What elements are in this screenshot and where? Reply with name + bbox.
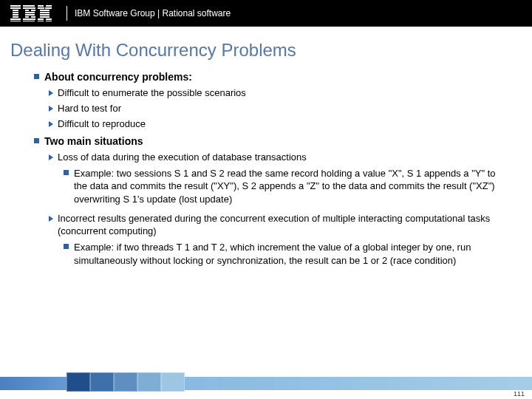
example-text: Example: two sessions S 1 and S 2 read t… xyxy=(64,167,510,206)
svg-rect-3 xyxy=(13,12,18,13)
art-tile-icon xyxy=(114,372,137,392)
art-tile-icon xyxy=(90,372,114,392)
section-heading: About concurrency problems: xyxy=(34,71,510,83)
svg-rect-9 xyxy=(23,7,35,9)
header-separator xyxy=(66,6,67,21)
list-item: Loss of data during the execution of dat… xyxy=(49,151,510,164)
list-item: Hard to test for xyxy=(49,103,510,115)
svg-rect-28 xyxy=(40,16,44,18)
svg-rect-33 xyxy=(38,21,44,21)
slide-content: About concurrency problems: Difficult to… xyxy=(34,71,510,267)
svg-rect-11 xyxy=(31,10,35,11)
section-heading: Two main situations xyxy=(34,135,510,147)
svg-rect-15 xyxy=(31,16,35,18)
svg-rect-27 xyxy=(46,14,50,16)
svg-rect-23 xyxy=(44,10,50,11)
svg-rect-30 xyxy=(46,16,50,18)
footer-art-icons xyxy=(66,372,185,392)
list-item: Difficult to reproduce xyxy=(49,118,510,131)
svg-rect-2 xyxy=(13,10,18,11)
svg-rect-17 xyxy=(23,21,35,21)
svg-rect-7 xyxy=(10,21,21,21)
svg-rect-10 xyxy=(25,10,29,11)
svg-rect-4 xyxy=(13,14,18,16)
svg-rect-14 xyxy=(25,16,29,18)
svg-rect-0 xyxy=(10,5,21,7)
svg-rect-18 xyxy=(38,5,44,7)
page-number: 111 xyxy=(514,390,525,398)
svg-rect-13 xyxy=(25,14,35,16)
art-tile-icon xyxy=(137,372,161,392)
example-text: Example: if two threads T 1 and T 2, whi… xyxy=(64,241,510,267)
footer: 111 xyxy=(0,377,532,399)
svg-rect-29 xyxy=(44,16,46,18)
svg-rect-16 xyxy=(23,18,35,20)
art-tile-icon xyxy=(161,372,185,392)
art-tile-icon xyxy=(66,372,90,392)
svg-rect-21 xyxy=(45,7,52,9)
svg-rect-20 xyxy=(38,7,44,9)
ibm-logo xyxy=(10,5,52,21)
svg-rect-34 xyxy=(46,21,52,21)
header-bar: IBM Software Group | Rational software xyxy=(0,0,532,27)
svg-rect-32 xyxy=(46,18,52,20)
svg-rect-22 xyxy=(40,10,45,11)
svg-rect-5 xyxy=(13,16,18,18)
page-title: Dealing With Concurrency Problems xyxy=(10,40,532,61)
list-item: Difficult to enumerate the possible scen… xyxy=(49,87,510,100)
svg-rect-8 xyxy=(23,5,35,7)
svg-rect-1 xyxy=(10,7,21,9)
svg-rect-12 xyxy=(25,12,35,13)
header-breadcrumb: IBM Software Group | Rational software xyxy=(75,8,231,18)
svg-rect-19 xyxy=(46,5,52,7)
svg-rect-31 xyxy=(38,18,44,20)
svg-rect-24 xyxy=(40,12,50,13)
list-item: Incorrect results generated during the c… xyxy=(49,213,510,238)
svg-rect-6 xyxy=(10,18,21,20)
